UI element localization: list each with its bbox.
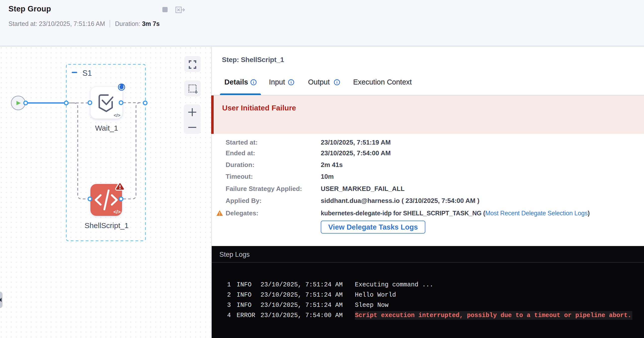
svg-text:S1: S1 (82, 69, 92, 78)
svg-text:</>: </> (114, 209, 121, 215)
svg-text:</>: </> (114, 113, 120, 118)
